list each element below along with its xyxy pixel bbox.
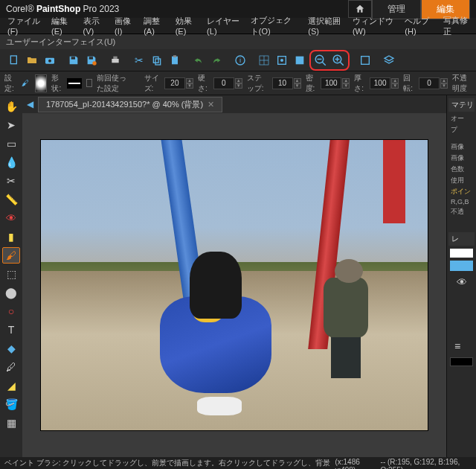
prev-doc-button[interactable]: ◀	[27, 99, 33, 109]
density-input[interactable]	[321, 77, 341, 89]
zoom-in-button[interactable]	[330, 52, 347, 68]
layer-visibility-icon[interactable]: 👁	[453, 274, 471, 290]
rotation-input[interactable]	[419, 77, 440, 89]
hardness-input[interactable]	[213, 77, 234, 89]
materials-panel-title[interactable]: マテリアル	[448, 98, 475, 112]
hardness-label: 硬さ:	[198, 73, 209, 94]
crop-tool[interactable]: ✂	[2, 173, 20, 189]
menu-selections[interactable]: 選択範囲(S)	[305, 14, 345, 37]
save-icon	[68, 54, 80, 66]
menu-layers[interactable]: レイヤー(L)	[204, 14, 243, 37]
close-doc-button[interactable]: ✕	[208, 100, 214, 109]
copy-button[interactable]	[149, 52, 165, 68]
size-spinner[interactable]: ▲▼	[164, 77, 193, 89]
fill-tool[interactable]: 🪣	[2, 396, 20, 412]
grid-icon	[258, 54, 270, 66]
straighten-tool[interactable]: 📏	[2, 191, 20, 208]
nav-thumb[interactable]	[450, 357, 473, 366]
text-tool[interactable]: T	[2, 322, 20, 338]
document-title: 1787054_pI-20143429150?* @ 40% (背景)	[46, 99, 203, 110]
undo-button[interactable]	[190, 52, 207, 68]
shape-swatch[interactable]	[67, 78, 82, 89]
settings-label: 設定:	[4, 73, 16, 94]
step-input[interactable]	[272, 77, 293, 89]
svg-text:i: i	[239, 57, 241, 64]
makeup-tool[interactable]: ▮	[2, 229, 20, 245]
move-tool[interactable]: ➤	[2, 117, 20, 133]
brush-tool[interactable]: 🖌	[2, 247, 20, 264]
lighten-tool[interactable]: ○	[2, 303, 20, 319]
zoom-in-icon	[332, 54, 345, 67]
actual-button[interactable]	[292, 52, 308, 68]
eraser-tool[interactable]: ◢	[2, 377, 20, 394]
svg-rect-7	[113, 56, 117, 58]
dropper-tool[interactable]: 💧	[2, 154, 20, 170]
menu-adjust[interactable]: 調整(A)	[141, 14, 167, 37]
paste-button[interactable]	[167, 52, 183, 68]
last-used-label: 前回使った設定	[97, 73, 131, 94]
open-button[interactable]	[24, 52, 40, 68]
layers-icon	[383, 54, 395, 66]
menu-photofix[interactable]: 写真修正	[440, 13, 472, 39]
blur-tool[interactable]: ⬤	[2, 284, 20, 301]
new-button[interactable]	[6, 52, 22, 68]
redo-button[interactable]	[208, 52, 225, 68]
menu-image[interactable]: 画像(I)	[112, 14, 136, 37]
menu-effects[interactable]: 効果(E)	[173, 14, 199, 37]
camera-button[interactable]	[42, 52, 58, 68]
menu-file[interactable]: ファイル(F)	[4, 14, 44, 37]
zoom-out-button[interactable]	[312, 52, 329, 68]
svg-rect-27	[361, 56, 370, 64]
density-spinner[interactable]: ▲▼	[321, 77, 350, 89]
svg-rect-11	[173, 55, 176, 57]
selection-tool[interactable]: ▭	[2, 135, 20, 152]
preset-button[interactable]: 🖌	[20, 75, 30, 92]
app-brand: Corel® PaintShop Pro 2023	[6, 4, 119, 14]
shape-label: 形状:	[51, 73, 62, 94]
menu-view[interactable]: 表示(V)	[80, 14, 107, 37]
brand-main: PaintShop	[36, 4, 80, 14]
menu-objects[interactable]: オブジェクト(O)	[248, 13, 301, 39]
canvas-viewport[interactable]	[22, 113, 446, 457]
cut-button[interactable]: ✂	[131, 52, 147, 68]
menu-help[interactable]: ヘルプ(H)	[402, 14, 435, 37]
status-color: -- (R:195, G:192, B:196, O:255)	[381, 458, 472, 468]
thickness-label: 厚さ:	[354, 73, 365, 94]
layer-thumb[interactable]	[450, 249, 473, 258]
redeye-tool[interactable]: 👁	[2, 210, 20, 226]
print-button[interactable]	[107, 52, 123, 68]
rotation-spinner[interactable]: ▲▼	[419, 77, 448, 89]
picture-tube-tool[interactable]: 🖊	[2, 359, 20, 375]
last-used-checkbox[interactable]	[86, 79, 92, 87]
menu-window[interactable]: ウィンドウ(W)	[350, 14, 397, 37]
fit-button[interactable]	[274, 52, 290, 68]
photo-canvas[interactable]	[41, 140, 428, 430]
step-spinner[interactable]: ▲▼	[272, 77, 301, 89]
layers-button[interactable]	[381, 52, 397, 68]
grid-button[interactable]	[256, 52, 272, 68]
clone-tool[interactable]: ⬚	[2, 266, 20, 282]
home-icon	[355, 4, 365, 14]
document-tab[interactable]: 1787054_pI-20143429150?* @ 40% (背景) ✕	[38, 97, 222, 112]
save-button[interactable]	[65, 52, 82, 68]
brush-swatch[interactable]	[35, 74, 47, 92]
layer-selected[interactable]	[450, 261, 473, 271]
opacity-label: 不透明度	[452, 73, 472, 94]
layers-panel-title[interactable]: レ	[448, 232, 475, 246]
pan-tool[interactable]: ✋	[2, 98, 20, 115]
hardness-spinner[interactable]: ▲▼	[213, 77, 242, 89]
shape-tool[interactable]: ◆	[2, 340, 20, 357]
thickness-spinner[interactable]: ▲▼	[370, 77, 399, 89]
menu-edit[interactable]: 編集(E)	[48, 14, 75, 37]
gradient-tool[interactable]: ▦	[2, 415, 20, 431]
redo-icon	[210, 54, 222, 66]
statusbar: ペイント ブラシ: クリックしてドラッグし、前景で描画します。右クリックしてドラ…	[0, 457, 476, 469]
layer-menu-icon[interactable]: ≡	[448, 338, 466, 354]
info-opacity: 不透	[448, 206, 475, 217]
saveas-button[interactable]	[83, 52, 100, 68]
info-button[interactable]: i	[232, 52, 248, 68]
resize-button[interactable]	[357, 52, 373, 68]
thickness-input[interactable]	[370, 77, 390, 89]
size-input[interactable]	[164, 77, 185, 89]
new-icon	[8, 54, 20, 66]
